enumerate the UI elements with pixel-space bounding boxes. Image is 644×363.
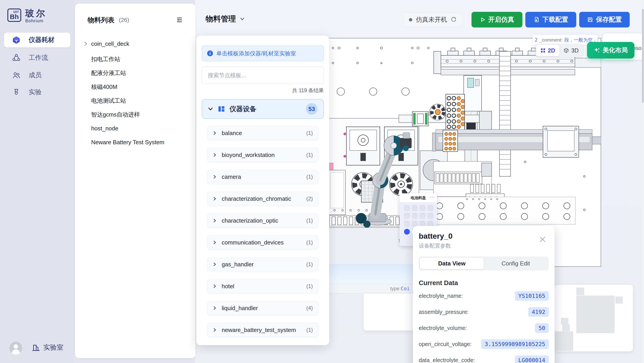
close-icon[interactable] [539,236,546,243]
template-item-characterization-optic[interactable]: characterization_optic (1) [207,213,318,228]
lab-switcher[interactable]: 实验室 [32,343,64,352]
material-item[interactable]: host_node [83,123,187,133]
data-row-electrolyte-volume: electrolyte_volume: 50 [419,322,549,334]
tray-slot[interactable] [420,205,426,211]
material-item[interactable]: 智达gcms自动进样 [83,110,187,119]
group-label: 仪器设备 [230,104,256,114]
tray-slot[interactable] [404,221,410,227]
simulation-status-badge[interactable]: 仿真未开机 [403,12,462,27]
material-item[interactable]: 配液分液工站 [83,68,187,78]
item-count: (1) [306,174,313,180]
template-item-list: balance (1) bioyond_workstation (1) came… [202,126,324,337]
item-count: (1) [306,239,313,246]
template-item-neware-battery-test-system[interactable]: neware_battery_test_system (1) [207,323,318,337]
item-count: (1) [306,261,313,268]
tray-slot[interactable] [404,205,410,211]
template-item-bioyond-workstation[interactable]: bioyond_workstation (1) [207,148,318,162]
material-item-label: 核磁400M [91,83,117,91]
tab-config-edit[interactable]: Config Edit [484,258,548,269]
grid-2d-icon [540,48,546,53]
template-item-hotel[interactable]: hotel (1) [207,279,318,293]
comment-prefix: 2 [535,37,538,43]
current-data-heading: Current Data [419,279,549,287]
save-icon [587,16,593,23]
material-item[interactable]: 电池测试工站 [83,96,187,106]
chevron-right-icon [213,219,217,223]
detail-tabs: Data View Config Edit [419,257,549,270]
sidebar-item-members[interactable]: 成员 [4,68,70,83]
template-item-camera[interactable]: camera (1) [207,170,318,184]
app-root: 107 Bh 玻尔 Bohrium 仪器耗材 工作流 [0,0,644,363]
tray-slot[interactable] [404,213,410,219]
sidebar-item-instruments[interactable]: 仪器耗材 [4,32,70,47]
button-label: 保存配置 [596,15,622,24]
material-item-label: 智达gcms自动进样 [91,111,140,119]
template-item-gas-handler[interactable]: gas_handler (1) [207,257,318,272]
sidebar-item-experiments[interactable]: 实验 [4,85,70,100]
material-item-label: Neware Battery Test System [91,139,164,146]
download-config-button[interactable]: 下载配置 [525,12,576,27]
material-item-label: coin_cell_deck [91,40,130,47]
scrollbar[interactable] [642,0,644,363]
item-count: (1) [306,152,313,158]
current-data-rows: electrolyte_name: YS101165 assembly_pres… [419,290,549,363]
view-2d-label: 2D [548,47,555,54]
sidebar-footer: 实验室 [0,341,74,357]
tray-slot[interactable] [412,213,418,219]
tray-slot[interactable] [420,213,426,219]
page-title-dropdown[interactable]: 物料管理 [206,14,245,24]
item-label: liquid_handler [222,305,258,312]
scrollbar-thumb[interactable] [642,9,644,103]
group-count-badge: 53 [306,103,318,115]
devices-grid-icon [218,105,225,112]
tray-slot[interactable] [428,213,433,219]
material-item[interactable]: Neware Battery Test System [83,137,187,147]
sidebar-item-label: 仪器耗材 [28,35,54,44]
sidebar-item-workflow[interactable]: 工作流 [4,50,70,65]
group-instrument-devices[interactable]: 仪器设备 53 [202,99,324,119]
chevron-right-icon [84,41,88,46]
tab-data-view[interactable]: Data View [420,258,484,269]
view-3d-tab[interactable]: 3D [560,45,583,56]
collapse-panel-icon[interactable] [176,16,183,23]
tray-slot[interactable] [412,205,418,211]
item-count: (1) [306,217,313,224]
sidebar-item-label: 工作流 [28,53,48,62]
material-item-label: 电池测试工站 [91,97,126,105]
chevron-down-icon [208,106,213,111]
chevron-right-icon [213,240,217,244]
search-input[interactable] [202,66,324,84]
material-list-panel: 物料列表 (26) coin_cell_deck 扣电工作站 配液分液工站 核磁… [75,3,195,358]
material-item[interactable]: 扣电工作站 [83,54,187,64]
material-item-coin-cell-deck[interactable]: coin_cell_deck [83,39,187,49]
banner-text: 单击模板添加仪器/耗材至实验室 [216,50,296,57]
template-item-balance[interactable]: balance (1) [207,126,318,140]
refresh-icon[interactable] [451,17,456,22]
material-item[interactable]: 核磁400M [83,82,187,92]
tray-slot-battery-0-selected[interactable] [404,229,410,235]
logo-symbol: Bh [10,13,19,20]
start-simulation-button[interactable]: 开启仿真 [472,12,522,27]
beautify-layout-button[interactable]: 美化布局 [587,42,634,58]
chevron-right-icon [213,328,217,332]
cube-3d-icon [564,48,569,53]
material-list-title: 物料列表 [88,16,114,25]
brand-logo: 107 Bh 玻尔 Bohrium [7,8,47,23]
item-label: camera [222,173,241,180]
avatar[interactable] [10,342,22,355]
template-item-liquid-handler[interactable]: liquid_handler (4) [207,301,318,315]
view-2d-tab[interactable]: 2D [536,45,560,56]
chevron-right-icon [213,197,217,201]
minimap[interactable] [554,285,633,352]
template-item-characterization-chromatic[interactable]: characterization_chromatic (2) [207,192,318,206]
button-label: 开启仿真 [488,15,514,24]
cube-icon [12,36,20,44]
save-config-button[interactable]: 保存配置 [579,12,630,27]
data-key: assembly_pressure: [419,309,469,315]
item-label: hotel [222,283,234,290]
tray-menu-icon[interactable]: ••• [430,195,435,199]
status-dot-icon [409,18,412,21]
template-item-communication-devices[interactable]: communication_devices (1) [207,235,318,250]
detail-subtitle: 设备配置参数 [419,242,549,249]
tray-slot[interactable] [428,205,433,211]
